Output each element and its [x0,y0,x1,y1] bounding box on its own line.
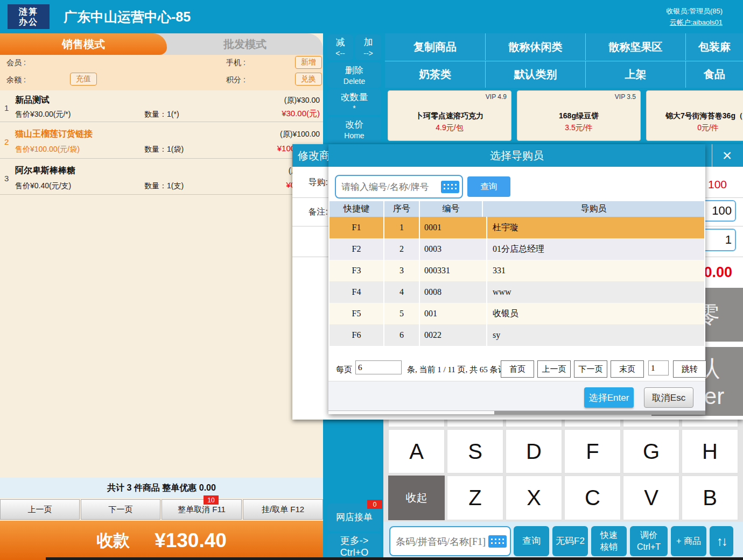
no-barcode-button[interactable]: 无码F2 [552,526,588,556]
product-card[interactable]: VIP 3.5 168g绿豆饼 3.5元/件 [517,90,641,141]
jump-page-input[interactable] [648,360,669,375]
change-price-button[interactable]: 改价Home [327,117,381,143]
scrollbar-thumb[interactable] [494,411,705,415]
points-label: 积分 : [226,75,246,85]
tab-sale-mode[interactable]: 销售模式 [0,33,167,55]
guide-row[interactable]: F2 2 0003 01分店总经理 [330,238,704,260]
category-tab[interactable]: 默认类别 [485,61,585,88]
guide-row-selected[interactable]: F1 1 0001 杜宇璇 [330,217,704,238]
guide-row[interactable]: F5 5 001 收银员 [330,303,704,324]
select-enter-button[interactable]: 选择Enter [584,387,634,408]
key-d[interactable]: D [506,429,562,473]
guide-search-input[interactable] [340,176,445,198]
decrease-qty-button[interactable]: 减<-- [327,34,353,60]
item-index: 1 [4,103,9,112]
last-page-button[interactable]: 末页 [611,360,644,378]
cart-summary: 共计 3 件商品 整单优惠 0.00 [0,478,323,498]
product-card[interactable]: 锦大7号街海苔卷36g（肉 0元/件 [646,90,743,141]
member-bar [0,55,323,90]
product-card[interactable]: VIP 4.9 卜珂零点速溶巧克力 4.9元/包 [388,90,511,141]
category-tab[interactable]: 包装麻 [685,33,743,60]
checkout-label: 收款 [96,529,130,552]
cancel-esc-button[interactable]: 取消Esc [644,387,693,408]
guide-table-header: 快捷键 序号 编号 导购员 [330,201,704,217]
key-s[interactable]: S [447,429,503,473]
next-page-button[interactable]: 下一页 [574,360,607,378]
add-product-button[interactable]: + 商品 [671,526,706,556]
more-button[interactable]: 更多-> Ctrl+O [327,533,381,559]
cart-item-row[interactable]: 1 新品测试 (原)¥30.00 售价¥30.00(元/*) 数量：1(*) ¥… [0,90,323,122]
note-label: 备注: [292,197,328,226]
cancel-order-button[interactable]: 整单取消 F11 [162,499,242,520]
key-f[interactable]: F [564,429,621,473]
guide-search-button[interactable]: 查询 [467,176,510,197]
checkout-button[interactable]: 收款 ¥130.40 [0,521,323,560]
pos-app: 涟箅 办公 广东中山运营中心-85 收银员:管理员(85) 云帐户:aibaol… [0,0,743,560]
cart-item-row-selected[interactable]: 2 猫山王榴莲订货链接 (原)¥100.00 售价¥100.00(元/袋) 数量… [0,122,323,159]
vip-price: VIP 3.5 [615,93,636,101]
member-label: 会员 : [6,58,26,68]
cancel-order-badge: 10 [204,495,219,505]
cart-item-row[interactable]: 3 阿尔卑斯棒棒糖 (原)¥0.40 售价¥0.40(元/支) 数量：1(支) … [0,159,323,195]
delete-item-button[interactable]: 删除Delete [327,62,381,88]
item-original-price: (原)¥30.00 [284,96,320,105]
adjust-price-button[interactable]: 调价 Ctrl+T [630,526,668,556]
item-index: 3 [4,174,9,183]
category-tab[interactable]: 食品 [685,61,743,88]
key-a[interactable]: A [388,429,445,473]
key-b[interactable]: B [682,476,738,520]
guide-label: 导购: [292,167,328,197]
member-add-button[interactable]: 新增 [295,56,322,69]
keyboard-icon[interactable] [488,535,507,548]
hold-retrieve-button[interactable]: 挂/取单 F12 [243,499,323,520]
category-tab[interactable]: 奶茶类 [385,61,485,88]
window-bottom-edge [46,557,743,560]
prev-page-button[interactable]: 上一页 [537,360,571,378]
pagination-info: 条, 当前 1 / 11 页, 共 65 条记录 [407,365,514,375]
item-total: ¥30.00(元) [282,109,320,119]
quick-verify-button[interactable]: 快速 核销 [591,526,627,556]
category-tab[interactable]: 散称坚果区 [585,33,685,60]
key-h[interactable]: H [682,429,738,473]
key-v[interactable]: V [623,476,679,520]
redeem-button[interactable]: 兑换 [295,73,322,86]
guide-row[interactable]: F6 6 0022 sy [330,324,704,346]
item-unit-price: 售价¥100.00(元/袋) [15,145,80,154]
barcode-input[interactable] [395,528,488,555]
phone-label: 手机 : [226,58,246,68]
guide-row[interactable]: F3 3 000331 331 [330,260,704,281]
key-z[interactable]: Z [447,476,503,520]
key-c[interactable]: C [564,476,621,520]
logo-line2: 办公 [19,17,38,27]
product-price: 3.5元/件 [517,123,640,133]
key-x[interactable]: X [506,476,562,520]
close-icon[interactable]: × [712,144,742,167]
item-quantity: 数量：1(*) [144,110,179,119]
cloud-account-link[interactable]: 云帐户:aibaols01 [666,17,723,28]
select-guide-modal: 选择导购员 查询 快捷键 序号 编号 导购员 F1 1 0001 杜宇璇 F2 … [328,144,705,414]
category-tab[interactable]: 复制商品 [385,33,485,60]
search-product-button[interactable]: 查询 [514,526,549,556]
category-tab[interactable]: 上架 [585,61,685,88]
jump-page-button[interactable]: 跳转 [673,360,706,378]
recharge-button[interactable]: 充值 [70,73,97,86]
horizontal-scrollbar [328,410,705,414]
tab-wholesale-mode[interactable]: 批发模式 [167,33,323,55]
cashier-info: 收银员:管理员(85) [666,5,723,17]
logo-line1: 涟箅 [19,6,38,17]
first-page-button[interactable]: 首页 [501,360,534,378]
sort-toggle-button[interactable]: ↑↓ [710,526,733,556]
per-page-input[interactable] [355,360,402,374]
change-qty-button[interactable]: 改数量* [327,89,381,115]
cart-next-page-button[interactable]: 下一页 [81,499,160,520]
increase-qty-button[interactable]: 加--> [355,34,381,60]
guide-row[interactable]: F4 4 0008 www [330,281,704,303]
key-g[interactable]: G [623,429,679,473]
cart-prev-page-button[interactable]: 上一页 [0,499,80,520]
guide-search-wrap [335,175,463,199]
collapse-keyboard-key[interactable]: 收起 [388,476,445,520]
category-tab[interactable]: 散称休闲类 [485,33,585,60]
online-orders-badge: 0 [367,500,382,509]
item-original-price: (原)¥100.00 [280,130,320,139]
keyboard-icon[interactable] [441,181,459,193]
